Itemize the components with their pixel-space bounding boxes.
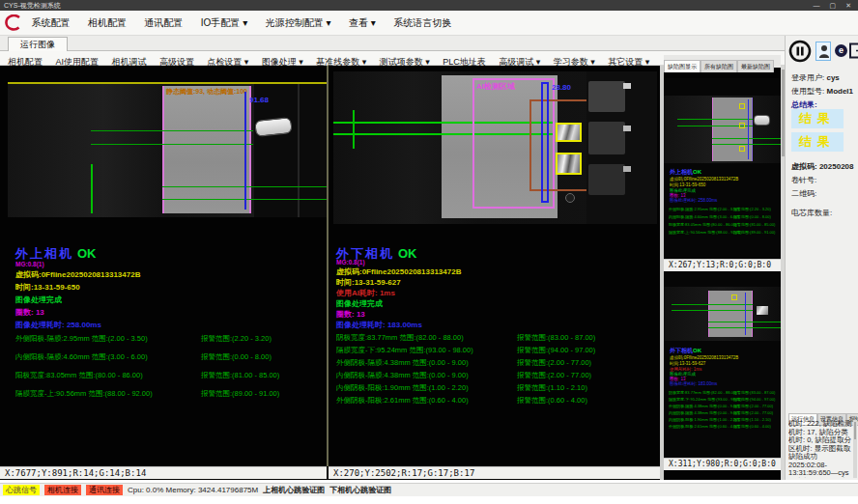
info-tab-bar: 运行信息设置信息报错信息 xyxy=(788,407,856,419)
maximize-button[interactable]: ▢ xyxy=(826,0,841,11)
menu-camera-config[interactable]: 相机配置 xyxy=(88,11,127,36)
machine-highlight xyxy=(623,126,631,131)
measure-vline xyxy=(353,110,355,149)
vcode-label-text: 虚拟码: xyxy=(791,162,817,171)
thumb-alarm: 报警范围:(0.60 - 4.00) xyxy=(733,424,771,429)
machine-edge-line xyxy=(298,84,300,217)
e-info-button[interactable]: e xyxy=(835,44,847,57)
alarm-range: 报警范围:(2.20 - 3.20) xyxy=(201,334,272,344)
ai-region-label: AI检测区域 xyxy=(476,81,515,92)
menu-language-switch[interactable]: 系统语言切换 xyxy=(393,11,451,36)
measure-line xyxy=(677,119,753,120)
camera-ok-status: OK xyxy=(398,246,417,261)
measurement-row: 外侧阴极-隔膜:4.38mm 范围:(0.00 - 9.00) xyxy=(336,358,469,368)
turns-line: 圈数: 13 xyxy=(336,309,365,320)
tab-row: 运行图像 xyxy=(0,36,858,51)
measurement-row: 阳极宽度:83.05mm 范围:(80.00 - 86.00) xyxy=(15,371,143,380)
thumb-barcode: 虚拟码:0Ffline2025020813313472B xyxy=(670,177,738,182)
thumb-tab-latest-defects[interactable]: 最新缺陷图 xyxy=(737,60,774,72)
thumb-alarm: 报警范围:(89.00 - 91.00) xyxy=(733,230,775,235)
lower-camera-panel[interactable]: AI检测区域 28.80 外下相机O xyxy=(329,66,660,466)
lower-camera-heartbeat-link[interactable]: 下相机心跳验证图 xyxy=(329,485,391,495)
process-done-line: 图像处理完成 xyxy=(15,294,62,305)
upper-camera-coords: X:7677;Y:891;R:14;G:14;B:14 xyxy=(0,466,327,479)
lower-camera-image[interactable]: AI检测区域 28.80 xyxy=(333,71,657,224)
menu-io-config[interactable]: IO手配置 ▾ xyxy=(201,11,247,36)
menu-comm-config[interactable]: 通讯配置 xyxy=(144,11,183,36)
threshold-overlay-text: 静态阈值:93, 动态阈值:100 xyxy=(166,87,247,97)
tab-run-image[interactable]: 运行图像 xyxy=(8,37,68,51)
blue-measure-label: 91.68 xyxy=(249,96,269,104)
turns-line: 圈数: 13 xyxy=(15,307,44,318)
thumb-meas: 外侧阳极-隔膜:2.95mm 范围:(2.00 - 3.50) xyxy=(669,207,739,211)
machine-block xyxy=(588,122,625,154)
thumb-camera-title: 外上相机OK xyxy=(670,168,701,177)
upper-camera-panel[interactable]: 静态阈值:93, 动态阈值:100 91.68 外上相机OK MG:0.8(1)… xyxy=(8,66,327,466)
screw-detail xyxy=(565,193,575,203)
thumb-tab-all-defects[interactable]: 所有缺陷图 xyxy=(701,60,737,72)
thumb-camera-title: 外下相机OK xyxy=(670,347,701,355)
menu-system-config[interactable]: 系统配置 xyxy=(31,11,70,36)
elapsed-line: 图像处理耗时: 258.00ms xyxy=(15,320,101,330)
alarm-range: 报警范围:(0.00 - 8.00) xyxy=(201,352,272,362)
measurement-row: 内侧阴极-阳极:1.90mm 范围:(1.00 - 2.20) xyxy=(336,383,469,393)
measure-line xyxy=(672,304,753,305)
camera-subtitle: MG:0.8(1) xyxy=(15,261,44,267)
menu-light-config[interactable]: 光源控制配置 ▾ xyxy=(266,11,331,36)
thumb-alarm: 报警范围:(81.00 - 85.00) xyxy=(733,222,775,227)
thumb-blue-line xyxy=(748,99,749,159)
roi-brown-rect xyxy=(529,99,591,191)
defect-thumb-1[interactable]: 外上相机OK 虚拟码:0Ffline2025020813313472B 时间:1… xyxy=(664,78,781,257)
log-scrollbar[interactable] xyxy=(853,420,857,478)
upper-camera-image[interactable]: 静态阈值:93, 动态阈值:100 91.68 xyxy=(8,82,327,217)
vcode-value: 20250208 xyxy=(819,162,854,171)
alarm-range: 报警范围:(2.00 - 77.00) xyxy=(517,358,591,368)
upper-camera-heartbeat-link[interactable]: 上相机心跳验证图 xyxy=(263,485,325,495)
lower-camera-coords: X:270;Y:2502;R:17;G:17;B:17 xyxy=(329,466,660,479)
comm-connection-badge: 通讯连接 xyxy=(86,485,123,495)
model-label-text: 使用型号: xyxy=(791,87,824,96)
thumb-alarm: 报警范围:(2.20 - 3.20) xyxy=(733,207,771,211)
log-scrollbar-handle[interactable] xyxy=(854,422,856,439)
user-login-button[interactable] xyxy=(815,42,831,61)
measure-line xyxy=(712,138,781,139)
pause-button[interactable] xyxy=(788,40,812,67)
thumb-camera-name: 外上相机 xyxy=(670,169,693,175)
menu-view[interactable]: 查看 ▾ xyxy=(349,11,376,36)
thumb-time: 时间:13-31-59-627 xyxy=(670,361,705,366)
measurement-row: 隔膜宽度-下:95.24mm 范围:(93.00 - 98.00) xyxy=(336,346,473,355)
machine-block xyxy=(588,164,625,195)
camera-name: 外上相机 xyxy=(15,246,73,261)
alarm-range: 报警范围:(0.60 - 4.00) xyxy=(517,396,587,406)
alarm-range: 报警范围:(94.00 - 97.00) xyxy=(517,346,595,355)
thumb-tab-defect-display[interactable]: 缺陷图显示 xyxy=(664,60,701,72)
thumb-barcode: 虚拟码:0Ffline2025020813313472B xyxy=(670,355,738,360)
status-bar: 心跳信号 相机连接 通讯连接 Cpu: 0.0% Memory: 3424.41… xyxy=(0,483,858,496)
cpu-memory-status: Cpu: 0.0% Memory: 3424.41796875M xyxy=(128,486,258,494)
process-done-line: 图像处理完成 xyxy=(336,298,383,309)
blue-measure-rect xyxy=(541,82,549,203)
thumb-material-block xyxy=(708,291,753,337)
thumb2-coords: X:311;Y:980;R:0;G:0;B:0 xyxy=(664,458,781,470)
defect-thumb-2[interactable]: 外下相机OK 虚拟码:0Ffline2025020813313472B 时间:1… xyxy=(664,273,781,458)
barcode-line: 虚拟码:0Ffline2025020813313472B xyxy=(15,269,140,280)
login-user-label: 登录用户: cys xyxy=(791,72,840,83)
measure-line xyxy=(91,144,253,145)
thumb-defect-mark xyxy=(739,103,745,109)
exit-button[interactable] xyxy=(849,42,858,63)
thumb-meas: 阳极宽度:83.05mm 范围:(80.00 - 86.00) xyxy=(669,222,736,227)
result-badge-lower: 结果 xyxy=(791,132,844,152)
close-button[interactable]: ✕ xyxy=(842,0,855,11)
thumb-meas: 隔膜宽度-下:95.24mm 范围:(93.00 - 98.00) xyxy=(669,397,742,402)
thumb-bright-spot xyxy=(757,306,768,315)
virtual-code-label: 虚拟码: 20250208 xyxy=(791,161,854,172)
thumb-meas: 外侧阴极-隔膜:4.38mm 范围:(0.00 - 9.00) xyxy=(669,404,739,408)
thumb-time: 时间:13-31-59-650 xyxy=(670,182,705,187)
thumb-alarm: 报警范围:(94.00 - 97.00) xyxy=(733,397,775,402)
thumb-camera-name: 外下相机 xyxy=(670,348,693,353)
result-badge-upper: 结果 xyxy=(791,109,844,128)
blue-measure-line xyxy=(244,92,246,210)
thumb-ok: OK xyxy=(693,348,701,353)
minimize-button[interactable]: — xyxy=(810,0,824,11)
thumb-alarm: 报警范围:(2.00 - 77.00) xyxy=(733,410,773,415)
